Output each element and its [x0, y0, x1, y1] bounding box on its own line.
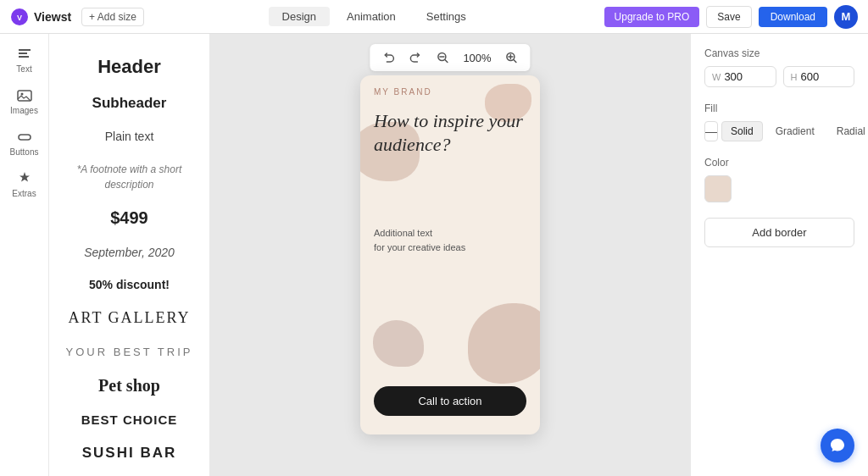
border-section: Add border: [704, 218, 854, 247]
svg-rect-2: [19, 49, 31, 51]
fill-options: — Solid Gradient Radial: [704, 121, 854, 141]
text-style-price[interactable]: $499: [49, 200, 209, 236]
canvas-card[interactable]: MY BRAND How to inspire your audience? A…: [360, 75, 540, 434]
width-input[interactable]: [724, 70, 768, 83]
zoom-level: 100%: [459, 52, 494, 64]
svg-rect-3: [19, 53, 27, 54]
tab-design[interactable]: Design: [269, 7, 330, 26]
text-style-header[interactable]: Header: [49, 47, 209, 86]
text-style-bestchoice[interactable]: BEST CHOICE: [49, 404, 209, 436]
color-section: Color: [704, 157, 854, 202]
canvas-cta-button[interactable]: Call to action: [374, 386, 526, 416]
icon-sidebar: Text Images Buttons Extras: [0, 34, 49, 476]
chat-button[interactable]: [821, 429, 854, 462]
undo-button[interactable]: [378, 47, 398, 68]
height-field: H: [783, 66, 855, 87]
save-button[interactable]: Save: [706, 6, 751, 28]
fill-label: Fill: [704, 102, 854, 114]
extras-icon: [16, 170, 33, 187]
width-field: W: [704, 66, 776, 87]
user-avatar[interactable]: M: [834, 5, 858, 29]
topbar-right: Upgrade to PRO Save Download M: [604, 5, 858, 29]
svg-point-6: [20, 93, 23, 96]
text-style-subheader[interactable]: Subheader: [49, 86, 209, 120]
tab-settings[interactable]: Settings: [413, 7, 480, 26]
decorative-blob-3: [373, 320, 424, 367]
canvas-size-label: Canvas size: [704, 47, 854, 59]
main-layout: Text Images Buttons Extras Header Subhea…: [0, 34, 868, 476]
canvas-headline: How to inspire your audience?: [374, 109, 526, 156]
sidebar-item-images[interactable]: Images: [3, 82, 46, 120]
decorative-blob-4: [468, 303, 540, 384]
right-panel: Canvas size W H Fill — Solid Gradient Ra…: [690, 34, 868, 476]
zoom-in-button[interactable]: [502, 47, 522, 68]
height-letter: H: [791, 72, 798, 82]
brand-name: Viewst: [34, 10, 71, 24]
text-style-trip[interactable]: YOUR BEST TRIP: [49, 335, 209, 368]
svg-rect-4: [19, 56, 29, 58]
zoom-out-button[interactable]: [432, 47, 453, 68]
sidebar-item-buttons-label: Buttons: [10, 147, 39, 157]
chat-icon: [829, 437, 846, 454]
buttons-icon: [16, 129, 33, 146]
fill-none-button[interactable]: —: [704, 121, 718, 141]
add-border-button[interactable]: Add border: [704, 218, 854, 247]
text-style-discount[interactable]: 50% discount!: [49, 268, 209, 301]
brand-logo: V Viewst: [10, 8, 71, 26]
text-styles-panel: Header Subheader Plain text *A footnote …: [49, 34, 210, 476]
upgrade-button[interactable]: Upgrade to PRO: [604, 7, 700, 27]
sidebar-item-extras[interactable]: Extras: [3, 165, 46, 203]
svg-text:V: V: [17, 14, 22, 22]
fill-gradient-button[interactable]: Gradient: [766, 121, 824, 141]
brand-icon: V: [10, 8, 29, 26]
sidebar-item-buttons[interactable]: Buttons: [3, 124, 46, 162]
text-style-date[interactable]: September, 2020: [49, 236, 209, 268]
text-style-plain[interactable]: Plain text: [49, 120, 209, 152]
fill-solid-button[interactable]: Solid: [721, 121, 763, 141]
redo-button[interactable]: [405, 47, 426, 68]
images-icon: [16, 87, 33, 104]
color-swatch[interactable]: [704, 175, 732, 202]
canvas-area: 100% MY BRAND How to inspire your audien…: [210, 34, 690, 476]
color-label: Color: [704, 157, 854, 169]
sidebar-item-text-label: Text: [16, 64, 31, 74]
text-style-sushibar[interactable]: SUSHI BAR: [49, 436, 209, 470]
download-button[interactable]: Download: [759, 7, 827, 27]
canvas-subtext: Additional textfor your creative ideas: [374, 226, 526, 254]
tab-animation[interactable]: Animation: [333, 7, 409, 26]
fill-section: Fill — Solid Gradient Radial: [704, 102, 854, 141]
add-size-button[interactable]: + Add size: [81, 8, 144, 26]
width-letter: W: [712, 72, 721, 82]
canvas-size-inputs: W H: [704, 66, 854, 87]
topbar: V Viewst + Add size Design Animation Set…: [0, 0, 868, 34]
sidebar-item-extras-label: Extras: [12, 189, 36, 198]
text-style-footnote[interactable]: *A footnote with a short description: [49, 152, 209, 200]
nav-tabs: Design Animation Settings: [154, 7, 594, 26]
text-icon: [16, 46, 33, 63]
text-style-art[interactable]: ART gallery: [49, 301, 209, 335]
canvas-toolbar: 100%: [370, 44, 530, 71]
svg-rect-7: [19, 135, 31, 140]
sidebar-item-text[interactable]: Text: [3, 41, 46, 79]
sidebar-item-images-label: Images: [10, 106, 38, 115]
canvas-size-section: Canvas size W H: [704, 47, 854, 87]
canvas-brand-text: MY BRAND: [374, 87, 432, 97]
fill-radial-button[interactable]: Radial: [827, 121, 868, 141]
text-style-petshop[interactable]: Pet shop: [49, 368, 209, 404]
height-input[interactable]: [800, 70, 847, 83]
